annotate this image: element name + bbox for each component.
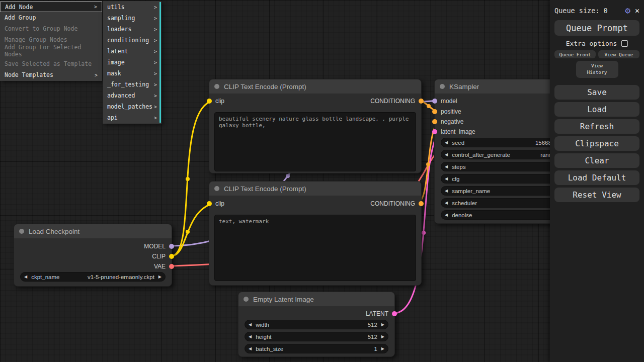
conditioning-slot-icon[interactable] <box>432 109 437 114</box>
node-title-bar[interactable]: Empty Latent Image <box>238 292 394 306</box>
conditioning-slot-icon[interactable] <box>419 201 424 206</box>
increment-icon[interactable]: ▶ <box>381 347 384 351</box>
submenu-item-conditioning[interactable]: conditioning > <box>103 35 162 46</box>
input-slot-positive[interactable]: positive <box>432 108 461 115</box>
prev-option-icon[interactable]: ◀ <box>24 275 27 279</box>
submenu-item-sampling[interactable]: sampling > <box>103 13 162 24</box>
view-queue-button[interactable]: View Queue <box>598 50 639 58</box>
conditioning-slot-icon[interactable] <box>432 119 437 124</box>
menu-item-add-node[interactable]: Add Node > <box>0 2 102 12</box>
output-slot-vae[interactable]: VAE <box>154 263 174 270</box>
wire-clip-to-negative-prompt[interactable] <box>172 203 214 256</box>
output-slot-conditioning[interactable]: CONDITIONING <box>370 200 424 207</box>
collapse-dot-icon[interactable] <box>214 84 219 89</box>
model-slot-icon[interactable] <box>169 244 174 249</box>
load-default-button[interactable]: Load Default <box>554 170 639 185</box>
slot-label: CONDITIONING <box>370 200 415 207</box>
decrement-icon[interactable]: ◀ <box>445 189 448 193</box>
collapse-dot-icon[interactable] <box>19 229 24 234</box>
queue-front-button[interactable]: Queue Front <box>554 50 596 58</box>
clip-slot-icon[interactable] <box>169 254 174 259</box>
chevron-right-icon: > <box>154 93 157 99</box>
input-slot-clip[interactable]: clip <box>207 98 224 105</box>
widget-batch-size[interactable]: ◀ batch_size 1 ▶ <box>245 344 388 353</box>
input-slot-model[interactable]: model <box>432 98 457 105</box>
submenu-item-for-testing[interactable]: _for_testing > <box>103 79 162 90</box>
latent-slot-icon[interactable] <box>432 129 437 134</box>
decrement-icon[interactable]: ◀ <box>249 347 252 351</box>
load-button[interactable]: Load <box>554 102 639 117</box>
menu-item-convert-to-group-node[interactable]: Convert to Group Node <box>0 23 102 34</box>
wire-clip-to-positive-prompt[interactable] <box>172 101 214 256</box>
decrement-icon[interactable]: ◀ <box>445 213 448 217</box>
node-clip-text-encode-negative[interactable]: CLIP Text Encode (Prompt) clip CONDITION… <box>209 181 422 286</box>
view-history-button[interactable]: View History <box>576 61 618 78</box>
output-slot-model[interactable]: MODEL <box>144 243 174 250</box>
input-slot-latent-image[interactable]: latent_image <box>432 128 475 135</box>
output-slot-clip[interactable]: CLIP <box>152 253 174 260</box>
decrement-icon[interactable]: ◀ <box>445 177 448 181</box>
collapse-dot-icon[interactable] <box>214 186 219 191</box>
submenu-item-loaders[interactable]: loaders > <box>103 24 162 35</box>
wire-midpoint-dot[interactable] <box>186 230 190 234</box>
decrement-icon[interactable]: ◀ <box>445 165 448 169</box>
collapse-dot-icon[interactable] <box>244 297 249 302</box>
latent-slot-icon[interactable] <box>392 311 397 316</box>
positive-prompt-textarea[interactable]: beautiful scenery nature glass bottle la… <box>214 112 416 171</box>
next-option-icon[interactable]: ▶ <box>158 275 162 279</box>
input-slot-negative[interactable]: negative <box>432 118 463 125</box>
widget-height[interactable]: ◀ height 512 ▶ <box>245 332 388 341</box>
settings-gear-icon[interactable]: ⚙ <box>625 5 630 16</box>
node-clip-text-encode-positive[interactable]: CLIP Text Encode (Prompt) clip CONDITION… <box>209 79 422 173</box>
decrement-icon[interactable]: ◀ <box>445 153 448 157</box>
conditioning-slot-icon[interactable] <box>419 99 424 104</box>
clip-slot-icon[interactable] <box>207 99 212 104</box>
submenu-scrollbar[interactable] <box>159 2 161 123</box>
wire-midpoint-dot[interactable] <box>422 231 426 235</box>
extra-options-checkbox[interactable] <box>621 40 628 47</box>
submenu-item-api[interactable]: api > <box>103 112 162 123</box>
clear-button[interactable]: Clear <box>554 153 639 168</box>
submenu-item-advanced[interactable]: advanced > <box>103 90 162 101</box>
menu-item-save-selected-as-template[interactable]: Save Selected as Template <box>0 58 102 69</box>
queue-prompt-button[interactable]: Queue Prompt <box>554 20 639 36</box>
decrement-icon[interactable]: ◀ <box>445 141 448 145</box>
vae-slot-icon[interactable] <box>169 264 174 269</box>
submenu-item-mask[interactable]: mask > <box>103 68 162 79</box>
menu-item-node-templates[interactable]: Node Templates > <box>0 69 102 80</box>
node-title-bar[interactable]: CLIP Text Encode (Prompt) <box>209 182 421 196</box>
increment-icon[interactable]: ▶ <box>381 323 384 327</box>
clipspace-button[interactable]: Clipspace <box>554 136 639 151</box>
output-slot-conditioning[interactable]: CONDITIONING <box>370 98 424 105</box>
collapse-dot-icon[interactable] <box>440 84 445 89</box>
menu-item-add-group[interactable]: Add Group <box>0 12 102 23</box>
clip-slot-icon[interactable] <box>207 201 212 206</box>
decrement-icon[interactable]: ◀ <box>249 323 252 327</box>
reset-view-button[interactable]: Reset View <box>554 188 639 202</box>
submenu-item-image[interactable]: image > <box>103 57 162 68</box>
decrement-icon[interactable]: ◀ <box>445 201 448 205</box>
save-button[interactable]: Save <box>554 85 639 100</box>
widget-ckpt-name[interactable]: ◀ ckpt_name v1-5-pruned-emaonly.ckpt ▶ <box>20 272 166 282</box>
input-slot-clip[interactable]: clip <box>207 200 224 207</box>
close-icon[interactable]: ✕ <box>635 6 639 15</box>
model-slot-icon[interactable] <box>432 99 437 104</box>
increment-icon[interactable]: ▶ <box>381 335 384 339</box>
widget-width[interactable]: ◀ width 512 ▶ <box>245 320 388 329</box>
decrement-icon[interactable]: ◀ <box>249 335 252 339</box>
wire-midpoint-dot[interactable] <box>427 104 431 108</box>
refresh-button[interactable]: Refresh <box>554 119 639 134</box>
menu-item-add-group-for-selected-nodes[interactable]: Add Group For Selected Nodes <box>0 45 102 56</box>
wire-midpoint-dot[interactable] <box>186 177 190 181</box>
node-load-checkpoint[interactable]: Load Checkpoint MODEL CLIP VAE ◀ ckpt_na… <box>14 224 172 287</box>
negative-prompt-textarea[interactable]: text, watermark <box>214 215 416 281</box>
submenu-item-model-patches[interactable]: model_patches > <box>103 101 162 112</box>
node-empty-latent-image[interactable]: Empty Latent Image LATENT ◀ width 512 ▶ … <box>238 292 395 357</box>
wire-midpoint-dot[interactable] <box>426 162 430 166</box>
submenu-item-utils[interactable]: utils > <box>103 2 162 13</box>
submenu-item-latent[interactable]: latent > <box>103 46 162 57</box>
output-slot-latent[interactable]: LATENT <box>366 310 397 317</box>
wire-midpoint-dot[interactable] <box>286 174 290 178</box>
node-title-bar[interactable]: CLIP Text Encode (Prompt) <box>209 79 421 94</box>
node-title-bar[interactable]: Load Checkpoint <box>14 224 172 238</box>
